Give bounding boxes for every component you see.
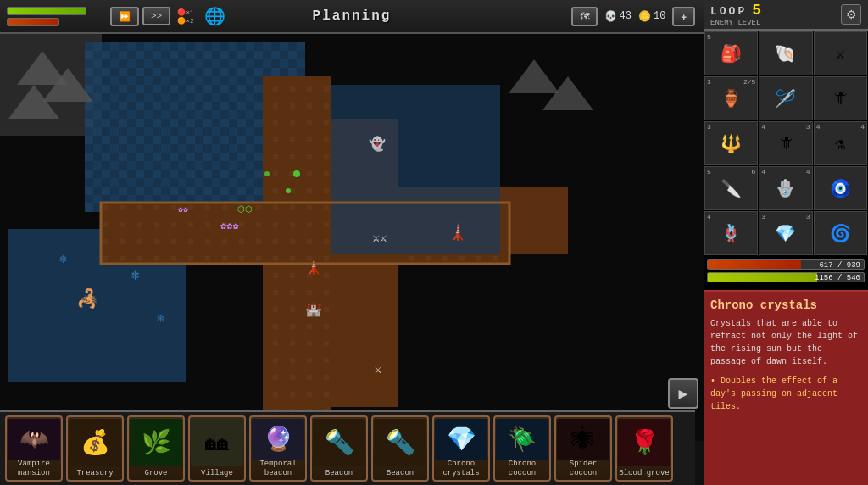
attack-bar-fill — [708, 260, 801, 269]
card-spider-cocoon[interactable]: 🕷 Spider cocoon — [554, 415, 612, 482]
game-area: 👻 ⚔⚔ 🗼 🗼 🏰 ⚔ ✿✿✿ ✿✿ 🦂 ⬡⬡ ❄ ❄ — [0, 0, 704, 485]
svg-rect-13 — [101, 203, 509, 264]
slot-icon: 🔪 — [721, 178, 742, 199]
health-bar-area — [0, 3, 102, 30]
card-label-vampire-mansion: Vampire mansion — [8, 460, 59, 478]
attack-bar-container: 617 / 939 — [707, 259, 865, 270]
slot-badge-right: 4 — [860, 123, 865, 131]
card-label-chrono-cocoon: Chrono cocoon — [497, 460, 548, 478]
card-village[interactable]: 🏘 Village — [188, 415, 246, 482]
card-image-spider-cocoon: 🕷 — [557, 419, 609, 460]
skull-count: 43 — [620, 10, 632, 22]
svg-text:🏰: 🏰 — [305, 301, 322, 318]
hp-bar-fill — [708, 273, 817, 282]
hp-bar-container: 1156 / 540 — [707, 272, 865, 282]
svg-rect-0 — [0, 34, 704, 441]
gold-icon: 🪙 — [638, 10, 651, 23]
slot-icon: 🔱 — [721, 133, 742, 154]
svg-marker-30 — [8, 85, 59, 119]
card-vampire-mansion[interactable]: 🦇 Vampire mansion — [5, 415, 63, 482]
slot-icon: ⚗ — [835, 133, 845, 154]
item-slot-slot-6[interactable]: 🗡 — [814, 76, 867, 120]
attack-stat: 617 / 939 — [819, 260, 860, 270]
item-slot-slot-1[interactable]: 5 🎒 — [704, 31, 758, 75]
info-title: Chrono crystals — [710, 298, 861, 312]
card-grove[interactable]: 🌿 Grove — [127, 415, 185, 482]
top-hud: ⏩ >> 🔴×1 🟠×2 🌐 Planning 🗺 💀 43 🪙 10 ✚ — [0, 0, 704, 34]
card-beacon-2[interactable]: 🔦 Beacon — [371, 415, 429, 482]
slot-icon: 🪬 — [775, 178, 796, 199]
card-image-blood-grove: 🌹 — [618, 419, 670, 466]
svg-text:🗼: 🗼 — [448, 223, 468, 242]
bullet-icon: • — [710, 376, 721, 386]
globe-icon: 🌐 — [204, 6, 225, 27]
slot-badge-right: 3 — [806, 213, 810, 220]
slot-icon: ⚔ — [835, 43, 845, 64]
svg-text:⚔: ⚔ — [375, 363, 381, 376]
advance-button[interactable]: ▶ — [668, 378, 698, 409]
svg-text:✿✿: ✿✿ — [178, 205, 188, 215]
skip-button[interactable]: >> — [142, 7, 170, 25]
skull-resource: 💀 43 — [604, 10, 632, 23]
loop-number: 5 — [752, 2, 761, 19]
svg-text:🦂: 🦂 — [76, 287, 100, 311]
item-slot-slot-11[interactable]: 4 🪬 4 — [759, 166, 812, 210]
svg-marker-28 — [17, 51, 68, 85]
slot-icon: 🪢 — [721, 223, 742, 244]
hp-stat: 1156 / 540 — [815, 273, 860, 282]
item-slot-slot-13[interactable]: 4 🪢 — [704, 211, 758, 255]
svg-point-39 — [264, 171, 270, 176]
counter-x2: 🟠×2 — [177, 17, 194, 25]
item-slot-slot-3[interactable]: ⚔ — [814, 31, 867, 75]
card-label-treasury: Treasury — [70, 469, 120, 478]
item-slot-slot-14[interactable]: 3 💎 3 — [759, 211, 812, 255]
card-image-village: 🏘 — [191, 419, 243, 466]
card-label-chrono-crystals-1: Chrono crystals — [436, 460, 487, 478]
card-treasury[interactable]: 💰 Treasury — [66, 415, 124, 482]
slot-icon: 🗡 — [832, 88, 849, 109]
svg-rect-11 — [331, 119, 398, 407]
svg-rect-1 — [0, 34, 102, 136]
card-beacon-1[interactable]: 🔦 Beacon — [310, 415, 368, 482]
slot-badge: 5 — [707, 33, 711, 41]
slot-icon: 🏺 — [721, 88, 742, 109]
info-effect-text: Doubles the effect of a day's passing on… — [710, 376, 837, 411]
item-slot-slot-8[interactable]: 4 🗡 3 — [759, 121, 812, 165]
card-image-vampire-mansion: 🦇 — [8, 419, 60, 460]
card-chrono-crystals-1[interactable]: 💎 Chrono crystals — [432, 415, 490, 482]
svg-rect-12 — [331, 85, 500, 254]
card-image-temporal-beacon: 🔮 — [252, 419, 304, 460]
bottom-card-strip: 🦇 Vampire mansion 💰 Treasury 🌿 Grove 🏘 V… — [0, 410, 695, 485]
info-description: Crystals that are able to refract not on… — [710, 317, 861, 368]
item-slot-slot-7[interactable]: 3 🔱 — [704, 121, 758, 165]
svg-rect-9 — [263, 76, 331, 432]
svg-text:⬡⬡: ⬡⬡ — [237, 205, 253, 215]
slot-badge: 4 — [761, 168, 765, 176]
slot-icon: 🗡 — [777, 133, 794, 153]
fast-forward-button[interactable]: ⏩ — [110, 7, 139, 26]
svg-rect-10 — [331, 187, 568, 254]
item-slot-slot-15[interactable]: 🌀 — [814, 211, 867, 255]
map-button[interactable]: 🗺 — [571, 7, 598, 26]
card-image-treasury: 💰 — [69, 419, 121, 466]
item-slot-slot-10[interactable]: 5 🔪 6 — [704, 166, 758, 210]
svg-rect-6 — [102, 203, 509, 263]
item-slot-slot-9[interactable]: 4 ⚗ 4 — [814, 121, 867, 165]
item-slot-slot-12[interactable]: 🧿 — [814, 166, 867, 210]
item-slot-slot-4[interactable]: 3 🏺 2/5 — [704, 76, 758, 120]
gold-count: 10 — [654, 10, 665, 22]
slot-badge: 4 — [707, 213, 711, 220]
item-slot-slot-5[interactable]: 🪡 — [759, 76, 812, 120]
card-temporal-beacon[interactable]: 🔮 Temporal beacon — [249, 415, 307, 482]
right-panel-items: 5 🎒 🐚 ⚔ 3 🏺 2/5 🪡 🗡 3 🔱 — [704, 31, 868, 321]
card-blood-grove[interactable]: 🌹 Blood grove — [615, 415, 673, 482]
svg-marker-33 — [509, 59, 559, 93]
card-chrono-cocoon[interactable]: 🪲 Chrono cocoon — [493, 415, 551, 482]
item-slot-slot-2[interactable]: 🐚 — [759, 31, 812, 75]
heal-button[interactable]: ✚ — [672, 7, 695, 26]
slot-badge-right: 4 — [806, 168, 810, 176]
gold-resource: 🪙 10 — [638, 10, 665, 23]
svg-text:❄: ❄ — [59, 253, 67, 266]
slot-badge: 3 — [707, 123, 711, 131]
settings-button[interactable]: ⚙ — [841, 4, 861, 25]
